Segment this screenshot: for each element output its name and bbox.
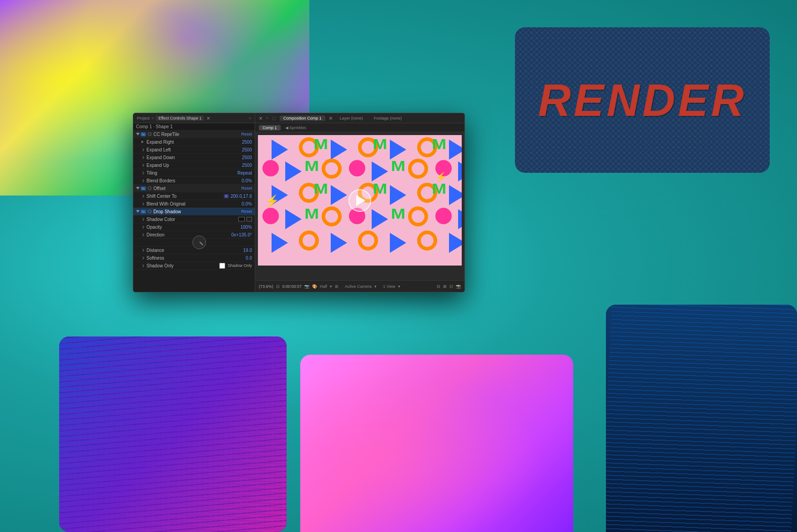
offset-header[interactable]: fx Offset Reset [133,185,255,192]
blend-original-label: Blend With Original [146,201,241,206]
softness-label: Softness [146,256,245,261]
composition-panel: ≡ ⬚ Composition Comp 1 Layer (none) Foot… [255,113,464,292]
effect-controls-content: Comp 1 · Shape 1 fx CC RepeTile Reset Ex… [133,123,255,292]
card-render: RENDER [515,27,770,173]
snapshot-btn[interactable]: 📸 [456,284,461,289]
expand-down-value[interactable]: 2500 [242,155,252,160]
quality-label: Half [320,284,327,289]
expand-right-label: Expand Right [146,140,241,145]
shadow-color-label: Shadow Color [146,217,237,222]
comp-subtabs: Comp 1 ◀ Sprinkles [255,123,464,132]
offset-label: Offset [153,186,239,191]
dark-waves-overlay [606,305,797,532]
shift-center-row: Shift Center To ⊞ 200.0,17.6 [133,192,255,200]
play-button[interactable] [348,189,371,212]
shadow-only-row: Shadow Only Shadow Only [133,262,255,270]
active-camera-label: Active Camera [345,284,372,289]
offset-eye[interactable] [148,186,151,190]
expand-right-value[interactable]: 2500 [242,140,252,145]
card-dark-waves [606,305,797,532]
project-tab[interactable]: Project [137,116,150,120]
direction-dial[interactable] [192,236,206,249]
composition-icon: ⬚ [272,116,276,120]
blend-borders-label: Blend Borders [146,178,241,183]
cc-repetile-eye[interactable] [148,132,151,136]
timecode[interactable]: 0:00:00:07 [282,284,302,289]
composition-tab[interactable]: Composition Comp 1 [280,115,325,121]
quality-dropdown[interactable]: ▾ [330,284,332,289]
cc-repetile-reset[interactable]: Reset [241,132,252,136]
render-text: RENDER [538,74,747,126]
play-triangle-icon [356,195,365,206]
shadow-color-copy[interactable] [247,217,252,221]
shadow-color-row: Shadow Color [133,216,255,223]
safe-zones-btn[interactable]: ⊠ [443,284,447,289]
resolution-icon[interactable]: ⊞ [335,284,338,289]
fit-icon[interactable]: ⊡ [276,284,280,289]
direction-value[interactable]: 0x+135.0° [232,232,252,237]
cc-repetile-label: CC RepeTile [153,132,239,137]
color-mgmt-icon[interactable]: 🎨 [312,284,317,289]
shadow-only-checkbox[interactable] [219,263,225,269]
expand-left-value[interactable]: 2500 [242,147,252,152]
shadow-only-text: Shadow Only [227,263,252,268]
fx-tag-drop-shadow: fx [141,210,146,214]
shift-center-value[interactable]: 200.0,17.6 [231,194,252,199]
grid-btn[interactable]: ⊟ [437,284,440,289]
tiling-row: Tiling Repeat [133,169,255,177]
distance-value[interactable]: 19.0 [243,248,252,253]
opacity-label: Opacity [146,225,239,230]
expand-down-row: Expand Down 2500 [133,154,255,161]
expand-up-row: Expand Up 2500 [133,161,255,169]
close-panel-button[interactable] [206,116,211,120]
comp-close-button[interactable] [259,116,262,120]
pink-gradient-inner [300,355,573,532]
distance-label: Distance [146,248,242,253]
sprinkles-tab[interactable]: ◀ Sprinkles [282,125,309,130]
shift-center-label: Shift Center To [146,194,223,199]
drop-shadow-eye[interactable] [148,210,151,213]
drop-shadow-reset[interactable]: Reset [241,209,252,214]
distance-row: Distance 19.0 [133,246,255,254]
expand-right-row: Expand Right 2500 [133,138,255,146]
direction-label: Direction [146,232,231,237]
waves-bg [59,336,287,532]
softness-row: Softness 0.0 [133,254,255,262]
dark-waves-bg [606,305,797,532]
camera-icon: 📷 [304,284,309,289]
comp-tab-close[interactable] [329,116,333,120]
zoom-level[interactable]: (73.6%) [259,284,273,289]
drop-shadow-header[interactable]: fx Drop Shadow Reset [133,208,255,216]
view-dropdown[interactable]: ▾ [398,284,400,289]
cc-repetile-chevron [136,133,140,136]
comp-panel-header: ≡ ⬚ Composition Comp 1 Layer (none) Foot… [255,113,464,123]
comp-bottom-bar: (73.6%) ⊡ 0:00:00:07 📷 🎨 Half ▾ ⊞ Active… [255,280,464,292]
opacity-value[interactable]: 100% [240,225,252,230]
layer-none: Layer (none) [340,116,363,120]
effect-controls-panel: Project ≡ Effect Controls Shape 1 ≡ Comp… [133,113,255,292]
comp-canvas: M M M M M [258,135,462,266]
offset-reset[interactable]: Reset [241,186,252,191]
fx-tag-repetile: fx [141,132,146,136]
shadow-only-label: Shadow Only [146,263,218,268]
comp1-tab[interactable]: Comp 1 [259,125,281,130]
tiling-label: Tiling [146,171,237,176]
tiling-value[interactable]: Repeat [237,171,252,176]
softness-value[interactable]: 0.0 [246,256,252,261]
camera-dropdown[interactable]: ▾ [374,284,377,289]
card-purple-waves [59,336,287,532]
blend-borders-row: Blend Borders 0.0% [133,177,255,185]
expand-up-label: Expand Up [146,163,241,168]
drop-shadow-chevron [136,210,140,213]
blend-borders-value[interactable]: 0.0% [242,178,252,183]
offset-chevron [136,187,140,190]
blend-original-value[interactable]: 0.0% [242,201,252,206]
effect-controls-tab[interactable]: Effect Controls Shape 1 [156,115,204,121]
cc-repetile-header[interactable]: fx CC RepeTile Reset [133,130,255,138]
shadow-color-swatch[interactable] [238,217,245,221]
expand-up-value[interactable]: 2500 [242,163,252,168]
left-panel-header: Project ≡ Effect Controls Shape 1 ≡ [133,113,255,123]
direction-dial-row [133,239,255,246]
transparency-btn[interactable]: ⊡ [449,284,453,289]
footage-none: Footage (none) [374,116,402,120]
